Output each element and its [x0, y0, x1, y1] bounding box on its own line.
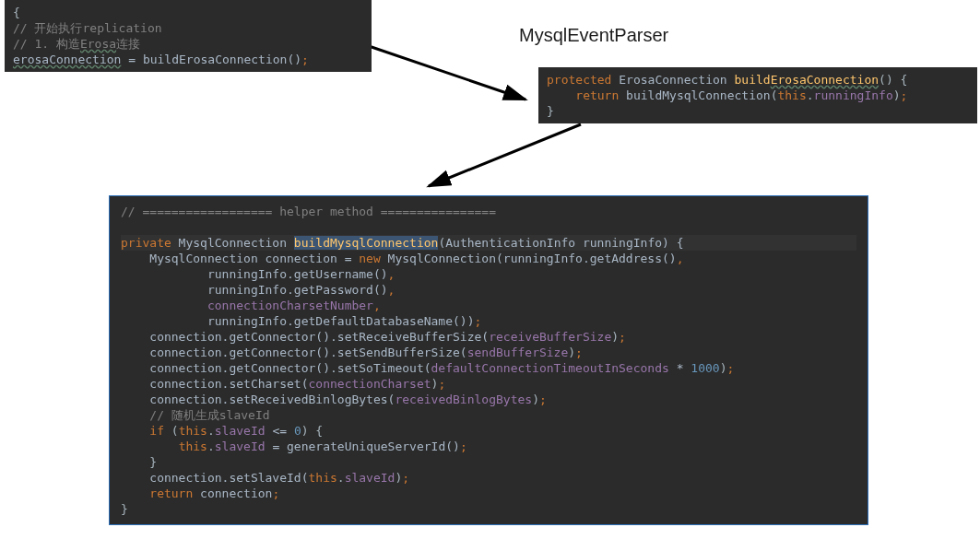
type-erosa-connection: ErosaConnection: [611, 73, 734, 87]
kw-return: return: [547, 88, 626, 102]
indent: [121, 439, 179, 453]
open-paren: (: [164, 424, 179, 438]
comment-replication: // 开始执行replication: [13, 21, 162, 35]
comment-erosa-c: 连接: [116, 37, 140, 51]
semi: ;: [619, 330, 626, 344]
assign-build-erosa: = buildErosaConnection(): [121, 53, 301, 66]
dot: .: [337, 471, 345, 485]
call-build-mysql-connection: buildMysqlConnection: [626, 88, 771, 102]
svg-line-0: [369, 46, 525, 100]
field-slave-id: slaveId: [215, 424, 266, 438]
fn-erosa-connection: ErosaConnection: [771, 73, 879, 87]
semi: ;: [460, 439, 467, 453]
kw-if: if: [149, 424, 164, 438]
arg-default-db: runningInfo.getDefaultDatabaseName()): [121, 314, 475, 328]
paren-brace: ) {: [301, 424, 323, 438]
comma: ,: [373, 299, 381, 312]
field-connection-charset-number: connectionCharsetNumber: [207, 299, 373, 312]
num-0: 0: [294, 424, 301, 438]
arg-username: runningInfo.getUsername(): [121, 267, 388, 281]
set-so-timeout: connection.getConnector().setSoTimeout(: [121, 361, 431, 375]
indent: [121, 424, 149, 438]
field-slave-id: slaveId: [215, 439, 266, 453]
close-paren: ): [893, 88, 901, 102]
field-send-buffer-size: sendBufferSize: [467, 346, 569, 359]
semi: ;: [438, 377, 445, 391]
field-receive-buffer-size: receiveBufferSize: [489, 330, 611, 344]
assign-generate: = generateUniqueServerId(): [266, 439, 460, 453]
arg-password: runningInfo.getPassword(): [121, 283, 388, 297]
set-charset: connection.setCharset(: [121, 377, 309, 391]
comment-erosa-b: Erosa: [80, 37, 116, 51]
field-default-timeout: defaultConnectionTimeoutInSeconds: [431, 361, 669, 375]
close-paren: ): [568, 346, 575, 359]
semi: ;: [901, 88, 908, 102]
semi: ;: [475, 314, 482, 328]
ret-connection: connection: [193, 486, 272, 500]
fn-build-mysql-connection: buildMysqlConnection: [294, 236, 439, 250]
dot: .: [207, 424, 215, 438]
var-erosa-connection: erosaConnection: [13, 53, 121, 66]
set-received-binlog: connection.setReceivedBinlogBytes(: [121, 393, 395, 406]
comment-helper: // ================== helper method ====…: [121, 205, 496, 218]
fn-build: build: [735, 73, 771, 87]
kw-protected: protected: [547, 73, 611, 87]
comment-erosa-a: // 1. 构造: [13, 37, 80, 51]
params-auth-info: (AuthenticationInfo runningInfo) {: [438, 236, 683, 250]
semi: ;: [272, 486, 279, 500]
close-paren: ): [611, 330, 619, 344]
kw-this: this: [179, 424, 207, 438]
kw-this: this: [777, 88, 806, 102]
field-running-info: runningInfo: [814, 88, 893, 102]
brace-open: {: [13, 6, 20, 19]
field-connection-charset: connectionCharset: [309, 377, 431, 391]
set-send-buffer: connection.getConnector().setSendBufferS…: [121, 346, 467, 359]
semi: ;: [726, 361, 734, 375]
code-box-2: protected ErosaConnection buildErosaConn…: [538, 67, 977, 123]
kw-new: new: [359, 252, 380, 265]
code-box-1: { // 开始执行replication // 1. 构造Erosa连接 ero…: [5, 0, 372, 72]
new-connection-b: MysqlConnection(runningInfo.getAddress(): [381, 252, 677, 265]
semi: ;: [539, 393, 547, 406]
comma: ,: [388, 283, 396, 297]
le: <=: [266, 424, 294, 438]
num-1000: 1000: [691, 361, 719, 375]
field-received-binlog-bytes: receivedBinlogBytes: [395, 393, 532, 406]
kw-this: this: [179, 439, 207, 453]
comment-slave-id: // 随机生成slaveId: [121, 408, 270, 422]
type-mysql-connection: MysqlConnection: [171, 236, 294, 250]
arrow-2: [415, 120, 599, 203]
arrow-1: [364, 41, 539, 115]
dot: .: [807, 88, 814, 102]
field-slave-id: slaveId: [345, 471, 396, 485]
kw-private: private: [121, 236, 171, 250]
indent: [121, 486, 149, 500]
semi: ;: [301, 53, 309, 66]
kw-return: return: [149, 486, 193, 500]
semi: ;: [575, 346, 583, 359]
mult: *: [669, 361, 691, 375]
set-receive-buffer: connection.getConnector().setReceiveBuff…: [121, 330, 489, 344]
semi: ;: [402, 471, 409, 485]
brace-close: }: [121, 502, 128, 516]
svg-line-1: [429, 124, 581, 186]
close-paren: ): [532, 393, 539, 406]
parser-title: MysqlEventParser: [519, 25, 668, 46]
dot: .: [207, 439, 215, 453]
kw-this: this: [309, 471, 337, 485]
new-connection-a: MysqlConnection connection =: [121, 252, 359, 265]
paren-brace: () {: [879, 73, 907, 87]
comma: ,: [677, 252, 684, 265]
set-slave-id: connection.setSlaveId(: [121, 471, 309, 485]
comma: ,: [388, 267, 396, 281]
code-box-3: // ================== helper method ====…: [109, 195, 868, 525]
brace-close-inner: }: [121, 455, 157, 469]
diagram-stage: MysqlEventParser { // 开始执行replication //…: [0, 0, 980, 539]
indent: [121, 299, 207, 312]
brace-close: }: [547, 104, 554, 118]
